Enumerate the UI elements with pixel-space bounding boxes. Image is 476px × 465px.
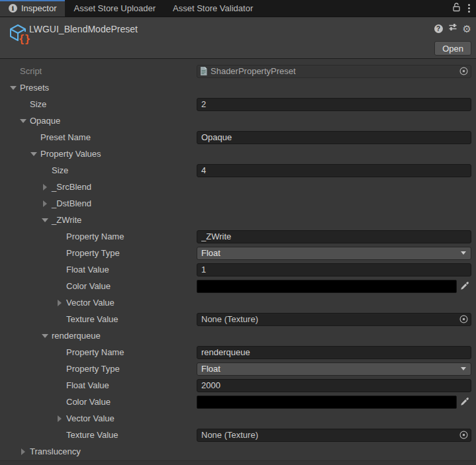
- row-property-name: Property Name: [0, 344, 476, 360]
- row-texture-value: Texture ValueNone (Texture): [0, 427, 476, 443]
- row-property-values: Property Values: [0, 146, 476, 162]
- foldout-label[interactable]: Vector Value: [66, 298, 115, 308]
- property-label: Color Value: [66, 281, 111, 291]
- row-property-type: Property TypeFloat: [0, 245, 476, 261]
- object-picker-icon[interactable]: [459, 314, 469, 324]
- inspector-header: {} LWGUI_BlendModePreset ? ⚙ Open: [0, 17, 476, 59]
- row-script: ScriptShaderPropertyPreset: [0, 63, 476, 79]
- object-field-value: ShaderPropertyPreset: [211, 66, 456, 76]
- float-value-input[interactable]: [197, 263, 471, 276]
- property-label: Texture Value: [66, 430, 119, 440]
- tab-label: Asset Store Validator: [173, 3, 253, 13]
- property-type-dropdown[interactable]: Float: [197, 247, 471, 260]
- foldout-open-arrow-icon[interactable]: [19, 119, 27, 123]
- foldout-label[interactable]: Translucency: [30, 446, 81, 456]
- foldout-label[interactable]: _ZWrite: [52, 215, 81, 225]
- property-type-dropdown[interactable]: Float: [197, 362, 471, 376]
- property-label: Preset Name: [40, 132, 91, 142]
- help-icon[interactable]: ?: [434, 24, 443, 33]
- property-name-input[interactable]: [197, 346, 471, 359]
- row-dstblend: _DstBlend: [0, 195, 476, 212]
- texture-value-object-field[interactable]: None (Texture): [197, 313, 471, 326]
- object-picker-icon[interactable]: [459, 66, 469, 76]
- foldout-open-arrow-icon[interactable]: [29, 152, 38, 156]
- info-icon: i: [9, 4, 17, 13]
- tab-label: Inspector: [21, 3, 56, 13]
- foldout-label[interactable]: Presets: [20, 83, 49, 93]
- row-vector-value: Vector Value: [0, 410, 476, 427]
- property-label: Color Value: [66, 397, 111, 407]
- property-label: Float Value: [66, 380, 109, 390]
- tab-label: Asset Store Uploader: [73, 3, 156, 13]
- chevron-down-icon: [461, 251, 466, 255]
- tab-asset-store-validator[interactable]: Asset Store Validator: [164, 0, 262, 17]
- row-texture-value: Texture ValueNone (Texture): [0, 311, 476, 327]
- property-label: Float Value: [66, 265, 109, 275]
- kebab-menu-icon[interactable]: [468, 4, 470, 13]
- row-renderqueue: renderqueue: [0, 327, 476, 344]
- foldout-label[interactable]: renderqueue: [52, 331, 101, 341]
- row-preset-name: Preset Name: [0, 129, 476, 146]
- row-property-name: Property Name: [0, 228, 476, 245]
- foldout-closed-arrow-icon[interactable]: [19, 448, 27, 455]
- foldout-label[interactable]: _DstBlend: [52, 198, 91, 208]
- row-presets: Presets: [0, 79, 476, 96]
- row-opaque: Opaque: [0, 112, 476, 129]
- svg-text:{}: {}: [19, 33, 30, 45]
- row-vector-value: Vector Value: [0, 294, 476, 311]
- texture-value-object-field[interactable]: None (Texture): [197, 429, 471, 442]
- foldout-open-arrow-icon[interactable]: [40, 218, 49, 222]
- object-picker-icon[interactable]: [459, 430, 469, 440]
- row-size: Size: [0, 162, 476, 179]
- property-label: Property Type: [66, 364, 120, 374]
- dropdown-selected-value: Float: [201, 248, 220, 258]
- foldout-label[interactable]: Opaque: [30, 116, 60, 126]
- script-object-field[interactable]: ShaderPropertyPreset: [197, 65, 471, 78]
- float-value-input[interactable]: [197, 379, 471, 392]
- asset-title: LWGUI_BlendModePreset: [29, 24, 138, 34]
- presets-icon[interactable]: [448, 22, 457, 34]
- color-swatch[interactable]: [197, 280, 457, 293]
- preset-name-input[interactable]: [197, 131, 471, 144]
- row-srcblend: _SrcBlend: [0, 179, 476, 195]
- row-float-value: Float Value: [0, 377, 476, 394]
- tab-asset-store-uploader[interactable]: Asset Store Uploader: [65, 0, 164, 17]
- script-file-icon: [199, 66, 208, 76]
- chevron-down-icon: [461, 367, 466, 370]
- scriptable-object-cube-icon: {}: [6, 22, 31, 50]
- size-input[interactable]: [197, 98, 471, 111]
- row-translucency: Translucency: [0, 443, 476, 460]
- property-label: Property Name: [66, 347, 124, 357]
- row-property-type: Property TypeFloat: [0, 360, 476, 377]
- size-input[interactable]: [197, 164, 471, 177]
- foldout-open-arrow-icon[interactable]: [40, 334, 49, 338]
- tab-inspector[interactable]: iInspector: [0, 0, 65, 17]
- foldout-label[interactable]: _SrcBlend: [52, 182, 91, 192]
- foldout-label[interactable]: Property Values: [40, 149, 101, 159]
- unlock-icon[interactable]: [452, 2, 461, 15]
- tabbar-spacer: [262, 0, 452, 17]
- row-size: Size: [0, 96, 476, 112]
- foldout-closed-arrow-icon[interactable]: [40, 184, 49, 190]
- eyedropper-icon[interactable]: [457, 397, 471, 407]
- foldout-open-arrow-icon[interactable]: [9, 86, 17, 90]
- property-label: Size: [52, 165, 68, 175]
- footer-strip: [0, 460, 476, 465]
- open-button[interactable]: Open: [434, 41, 471, 56]
- property-label: Script: [20, 66, 42, 76]
- row-zwrite: _ZWrite: [0, 212, 476, 228]
- tab-bar: iInspectorAsset Store UploaderAsset Stor…: [0, 0, 476, 17]
- foldout-closed-arrow-icon[interactable]: [55, 415, 64, 422]
- foldout-closed-arrow-icon[interactable]: [40, 200, 49, 207]
- row-float-value: Float Value: [0, 261, 476, 278]
- property-name-input[interactable]: [197, 230, 471, 243]
- foldout-closed-arrow-icon[interactable]: [55, 300, 64, 306]
- row-color-value: Color Value: [0, 394, 476, 410]
- dropdown-selected-value: Float: [201, 364, 220, 374]
- foldout-label[interactable]: Vector Value: [66, 413, 115, 423]
- inspector-body: ScriptShaderPropertyPresetPresetsSizeOpa…: [0, 60, 476, 465]
- object-field-value: None (Texture): [201, 430, 456, 440]
- color-swatch[interactable]: [197, 396, 457, 409]
- gear-icon[interactable]: ⚙: [463, 24, 471, 33]
- eyedropper-icon[interactable]: [457, 281, 471, 291]
